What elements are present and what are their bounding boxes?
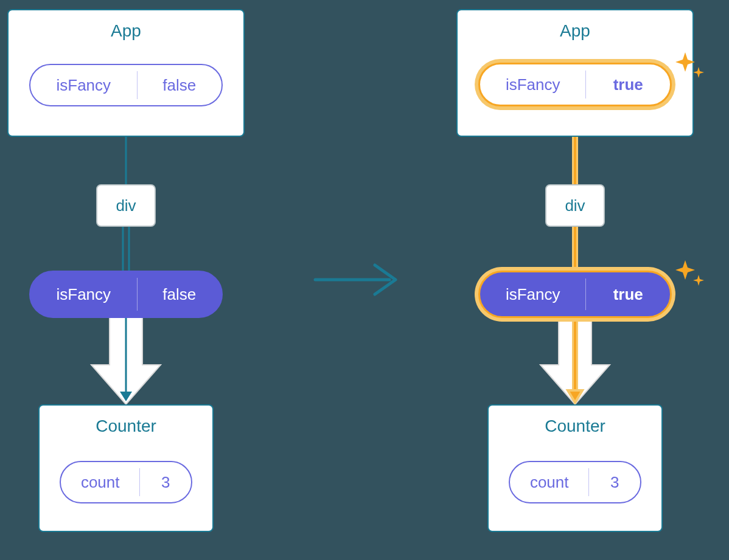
counter-state-value-right: 3 bbox=[589, 462, 640, 502]
div-label-left: div bbox=[116, 196, 136, 215]
counter-title-left: Counter bbox=[40, 417, 212, 436]
app-state-pill-right: isFancy true bbox=[478, 63, 672, 106]
div-box-right: div bbox=[545, 184, 605, 227]
app-title-right: App bbox=[458, 21, 692, 41]
counter-state-pill-left: count 3 bbox=[60, 461, 192, 503]
prop-value-right: true bbox=[586, 272, 670, 316]
counter-state-value-left: 3 bbox=[140, 462, 191, 502]
prop-key-left: isFancy bbox=[30, 272, 137, 317]
app-title-left: App bbox=[9, 21, 243, 41]
sparkle-icon bbox=[674, 258, 711, 294]
prop-pill-right: isFancy true bbox=[478, 271, 672, 318]
counter-state-key-right: count bbox=[510, 462, 588, 502]
app-state-key-left: isFancy bbox=[30, 65, 137, 105]
prop-value-left: false bbox=[138, 272, 221, 317]
app-state-value-left: false bbox=[138, 65, 221, 105]
state-preservation-diagram: App isFancy false div isFancy false Coun… bbox=[0, 0, 729, 560]
div-box-left: div bbox=[96, 184, 156, 227]
counter-title-right: Counter bbox=[489, 417, 661, 436]
app-state-value-right: true bbox=[586, 64, 670, 105]
prop-pill-left: isFancy false bbox=[29, 271, 223, 318]
div-label-right: div bbox=[565, 196, 585, 215]
counter-state-pill-right: count 3 bbox=[509, 461, 641, 503]
app-state-key-right: isFancy bbox=[480, 64, 585, 105]
prop-key-right: isFancy bbox=[480, 272, 585, 316]
app-state-pill-left: isFancy false bbox=[29, 64, 223, 106]
counter-state-key-left: count bbox=[61, 462, 139, 502]
